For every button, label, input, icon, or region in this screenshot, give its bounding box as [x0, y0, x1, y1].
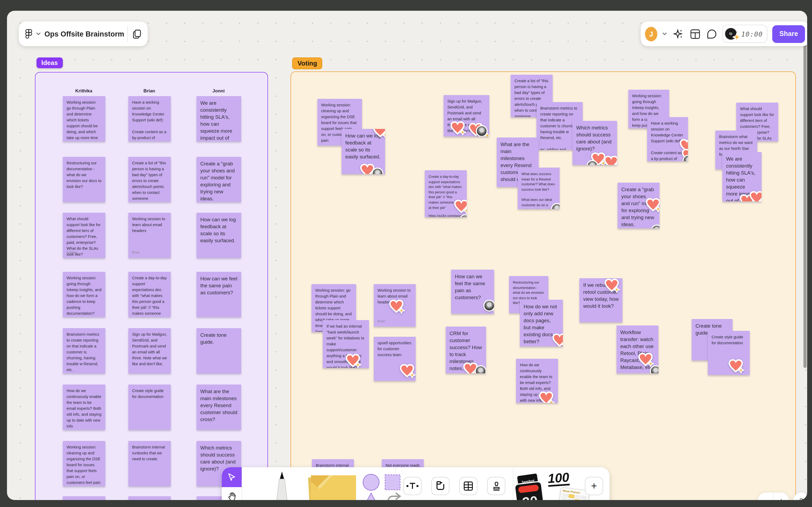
sticky-note-text: If we rebuilt retool customer view today… — [583, 282, 620, 309]
sticky-note[interactable]: Create style guide for documentation — [128, 385, 171, 430]
sticky-note[interactable]: Create style guide for documentation — [708, 331, 750, 375]
sticky-note[interactable]: Create tone guide. — [196, 328, 241, 373]
note-link[interactable]: https://a16z.com/good-product-manager-ba… — [428, 214, 463, 217]
sticky-note[interactable]: Create a "grab your shoes and run" model… — [196, 157, 241, 202]
add-widget-button[interactable]: + — [585, 477, 603, 495]
timer-widget-card[interactable]: 30 — [514, 481, 545, 500]
sticky-note-text: Working session: going through Inkeep in… — [67, 276, 103, 316]
sticky-note-text: Have a working session on Knowledge Cent… — [651, 121, 684, 161]
sticky-note[interactable]: Create a day-to-day support expectations… — [128, 272, 171, 317]
sticky-note[interactable]: Working session to learn about email hea… — [128, 213, 171, 258]
table-icon — [463, 481, 473, 491]
sticky-note[interactable]: If we had an internal "hack week/launch … — [323, 320, 369, 368]
sticky-note[interactable]: If we rebuilt retool customer view today… — [579, 278, 623, 322]
star-sticker-icon — [733, 33, 741, 41]
sticky-note-text: Restructuring our documentation - what d… — [67, 161, 103, 189]
plus-icon: + — [591, 481, 597, 491]
vertical-scrollbar[interactable] — [803, 35, 807, 368]
sticky-note[interactable]: Create a "grab your shoes and run" model… — [618, 183, 659, 228]
sticky-note[interactable]: Brainstorm metrics to create reporting o… — [63, 328, 105, 373]
sticky-note[interactable]: Working session: cleaning up and organiz… — [63, 441, 105, 486]
select-tools-group — [222, 467, 242, 500]
score-widget[interactable]: 100 — [547, 471, 570, 487]
ideas-section-label[interactable]: Ideas — [37, 57, 63, 68]
sticky-note-text: How can we feel the same pain as custome… — [200, 276, 239, 295]
sticky-note[interactable]: How do we not only add new docs pages, b… — [520, 300, 563, 346]
section-tool[interactable] — [431, 477, 450, 495]
sticky-note[interactable]: How can we feel the same pain as custome… — [196, 272, 241, 317]
sticky-note[interactable]: What are the main milestones every Resen… — [196, 385, 241, 430]
voting-section-label[interactable]: Voting — [292, 57, 323, 69]
sticky-note[interactable]: Create a list of "this person is having … — [128, 157, 171, 202]
hand-tool[interactable] — [222, 487, 242, 500]
avatar[interactable]: J — [645, 26, 657, 41]
sticky-note[interactable]: Sign up for Mailgun, SendGrid, and Postm… — [128, 328, 171, 373]
sticky-note-text: How can we log feedback at scale so its … — [345, 133, 383, 160]
duplicate-icon[interactable] — [131, 27, 142, 41]
figma-logo-icon[interactable] — [24, 27, 33, 41]
section-icon — [436, 481, 445, 491]
sticky-note[interactable]: We are consistently hitting SLA's, how c… — [196, 96, 241, 141]
sticky-note-text: CRM for customer success? How to track m… — [450, 330, 483, 373]
sticky-note-text: How do we continuously enable the team t… — [67, 388, 103, 428]
sticky-note-text: What are the main milestones every Resen… — [200, 388, 239, 422]
sticky-note[interactable]: How can we feel the same pain as custome… — [451, 270, 494, 314]
sticky-note[interactable]: Create a day-to-day support expectations… — [425, 170, 467, 217]
templates-icon[interactable] — [689, 27, 701, 41]
share-button[interactable]: Share — [772, 25, 805, 43]
figjam-window: Ideas Voting KrithikaWorking session: go… — [0, 0, 812, 507]
sticky-note[interactable]: Brainstorm internal runbooks that we nee… — [128, 441, 171, 486]
sticky-note[interactable]: upsell opportunities for customer succes… — [374, 337, 416, 381]
voter-avatar-sticker — [586, 160, 598, 165]
heart-sticker-icon — [728, 359, 744, 373]
stamp-tool[interactable] — [487, 477, 505, 495]
sticky-note-text: Create style guide for documentation — [132, 388, 165, 399]
sticky-note[interactable]: Brainstorm what metrics do we want as ou… — [128, 496, 171, 500]
sticky-note[interactable]: Which metrics should success care about … — [573, 121, 617, 165]
sticky-note[interactable]: Working session to learn about email hea… — [374, 284, 416, 327]
sticky-note[interactable]: Have a working session on Knowledge Cent… — [128, 96, 171, 141]
chevron-down-icon[interactable] — [662, 27, 668, 41]
hand-icon — [227, 492, 236, 500]
sticky-note[interactable]: Sign up for Mailgun, SendGrid, and Postm… — [444, 95, 489, 136]
sticky-note-text: Brainstorm internal runbooks that we nee… — [132, 445, 166, 461]
sticky-note[interactable]: How do we continuously enable the team t… — [516, 359, 558, 403]
marker-tool[interactable] — [272, 471, 292, 500]
sticky-note[interactable]: What does success mean for a Resend cust… — [63, 496, 105, 500]
zoom-in-button[interactable]: + — [773, 496, 789, 500]
sticky-note[interactable]: Have a working session on Knowledge Cent… — [647, 117, 688, 161]
note-author: Brian — [378, 319, 385, 324]
sticky-note[interactable]: Working session: going through Inkeep in… — [63, 272, 105, 317]
sticky-note[interactable]: CRM for customer success? How to track m… — [446, 327, 486, 373]
table-tool[interactable] — [459, 477, 477, 495]
sticky-note-text: What does success mean for a Resend cust… — [521, 172, 556, 209]
music-timer-widget[interactable]: ♪ 10:00 — [722, 25, 767, 43]
sticky-note[interactable]: How can we log feedback at scale so its … — [196, 213, 241, 258]
board-canvas[interactable]: Ideas Voting KrithikaWorking session: go… — [7, 11, 807, 500]
sticky-note-text: upsell opportunities for customer succes… — [378, 340, 412, 357]
sticky-note[interactable]: What does success mean for a Resend cust… — [518, 168, 560, 209]
heart-sticker-icon — [400, 363, 416, 378]
sticky-note[interactable]: Working session: go through Plain and de… — [63, 96, 105, 141]
sticky-note-text: Brainstorm metrics to create reporting o… — [67, 332, 101, 373]
sticky-note[interactable]: Workflow transfer: watch each other use … — [617, 326, 658, 373]
ai-sparkle-icon[interactable] — [673, 27, 684, 41]
top-toolbar: J — [641, 21, 807, 46]
select-tool[interactable] — [222, 467, 242, 487]
sticky-note[interactable]: We are consistently hitting SLA's, how c… — [722, 152, 761, 202]
widgets-group[interactable]: Jambot 30 100 Week Planner + — [513, 467, 610, 500]
sticky-note[interactable]: How can we log feedback at scale so its … — [342, 129, 385, 174]
ideas-column-header: Krithika — [75, 88, 92, 94]
file-title[interactable]: Ops Offsite Brainstorm — [45, 30, 124, 38]
chevron-down-icon[interactable] — [36, 27, 41, 41]
zoom-out-button[interactable]: − — [758, 496, 773, 500]
sticky-note-tool[interactable] — [305, 473, 359, 500]
shapes-tool[interactable] — [361, 474, 415, 500]
timer-value: 10:00 — [741, 30, 763, 38]
sticky-note-text: Working session to learn about email hea… — [132, 216, 166, 233]
sticky-note[interactable]: What should support look like for differ… — [63, 213, 105, 258]
comment-icon[interactable] — [706, 27, 717, 41]
sticky-note-text: Working session: go through Plain and de… — [67, 100, 99, 141]
sticky-note[interactable]: How do we continuously enable the team t… — [63, 385, 105, 430]
sticky-note[interactable]: Restructuring our documentation - what d… — [63, 157, 105, 202]
